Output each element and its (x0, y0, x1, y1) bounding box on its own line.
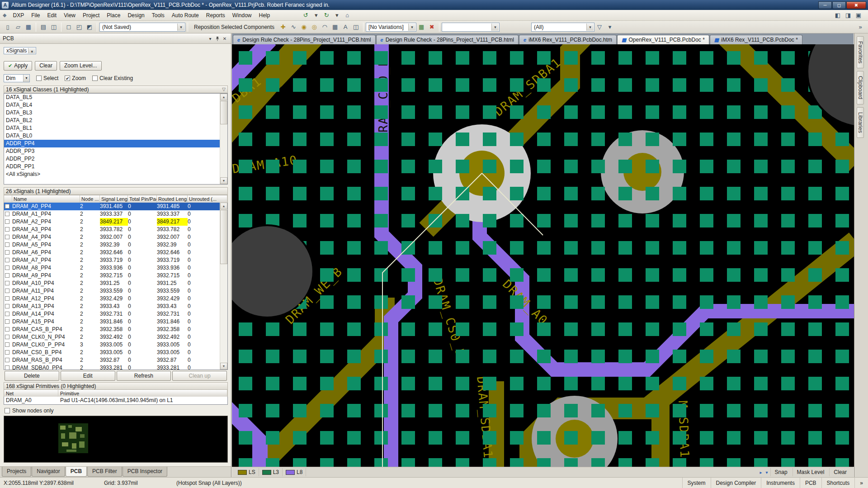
select-checkbox[interactable]: Select (36, 75, 58, 81)
arc-icon[interactable]: ◠ (320, 22, 330, 32)
chevron-down-icon[interactable]: ▾ (28, 48, 35, 53)
panel-menu-button[interactable]: Instruments (761, 478, 800, 488)
text-string-icon[interactable]: A (340, 22, 350, 32)
panel-menu-button[interactable]: PCB (800, 478, 821, 488)
chevron-down-icon[interactable]: ▾ (586, 24, 594, 31)
menu-item[interactable]: View (60, 11, 79, 20)
DRAM_CLK0_N_PP4[interactable]: DRAM_CLK0_N_PP4 2 3932.492 0 3932.492 0 (4, 333, 220, 341)
filter-funnel-icon[interactable]: ▽ (222, 87, 226, 92)
dim-select[interactable]: Dim ▾ (4, 74, 30, 82)
toolbar-overflow-icon[interactable]: » (855, 22, 865, 32)
action-button[interactable]: Clean up (172, 371, 227, 381)
scroll-down-icon[interactable]: ▼ (220, 363, 227, 370)
chevron-down-icon[interactable]: ▾ (408, 24, 415, 31)
panel-menu-button[interactable]: » (854, 478, 868, 488)
DRAM_A13_PP4[interactable]: DRAM_A13_PP4 2 3933.43 0 3933.43 0 (4, 303, 220, 310)
DRAM_CLK0_P_PP4[interactable]: DRAM_CLK0_P_PP4 3 3933.005 0 3933.005 0 (4, 341, 220, 349)
row-checkbox[interactable] (5, 242, 9, 247)
panel-menu-button[interactable]: System (682, 478, 711, 488)
DRAM_A7_PP4[interactable]: DRAM_A7_PP4 2 3933.719 0 3933.719 0 (4, 256, 220, 264)
row-checkbox[interactable] (5, 350, 9, 355)
row-checkbox[interactable] (5, 212, 9, 216)
DRAM_A2_PP4[interactable]: DRAM_A2_PP4 2 3849.217 0 3849.217 0 (4, 218, 220, 226)
scroll-up-icon[interactable]: ▲ (220, 203, 227, 209)
close-icon[interactable]: ✕ (221, 35, 228, 42)
variant-remove-icon[interactable]: ✖ (427, 22, 437, 32)
show-nodes-only-checkbox[interactable]: Show nodes only (5, 407, 53, 414)
panel-menu-button[interactable]: Shortcuts (821, 478, 855, 488)
document-tab[interactable]: ▦ iMX6 Rex_V111_PCB.PcbDoc * (710, 35, 802, 44)
menu-item[interactable]: Help (255, 11, 274, 20)
split-view-icon[interactable]: ◨ (843, 10, 853, 20)
panel-tab[interactable]: Projects (2, 467, 31, 477)
print-preview-icon[interactable]: ◫ (49, 22, 59, 32)
panel-tab[interactable]: PCB Filter (87, 467, 122, 477)
DRAM_A8_PP4[interactable]: DRAM_A8_PP4 2 3933.936 0 3933.936 0 (4, 264, 220, 272)
maximize-button[interactable]: ◻ (832, 1, 846, 9)
pcb-canvas[interactable]: DBA1 DRAM_A10 RAM_CS0_B DRAM_SDBA1 DRAM_… (232, 44, 854, 467)
scroll-up-icon[interactable]: ▲ (220, 94, 227, 100)
snap-button[interactable]: Snap (770, 468, 792, 476)
zoom-fit-icon[interactable]: ◻ (64, 22, 74, 32)
xsignals-scrollbar[interactable]: ▲ ▼ (220, 203, 227, 370)
print-icon[interactable]: ▤ (38, 22, 48, 32)
DRAM_A4_PP4[interactable]: DRAM_A4_PP4 2 3932.007 0 3932.007 0 (4, 233, 220, 241)
xsignal-class-row[interactable]: DATA_BL3 (4, 109, 220, 117)
panel-menu-button[interactable]: Design Compiler (711, 478, 761, 488)
row-checkbox[interactable] (5, 227, 9, 232)
workspace-panel-icon[interactable]: ◧ (833, 10, 843, 20)
row-checkbox[interactable] (5, 327, 9, 332)
board-preview[interactable] (4, 416, 228, 463)
scope-combo[interactable]: (All) ▾ (531, 23, 594, 32)
variant-board-icon[interactable]: ▦ (416, 22, 426, 32)
row-checkbox[interactable] (5, 358, 9, 362)
row-checkbox[interactable] (5, 289, 9, 293)
menu-item[interactable]: Edit (44, 11, 61, 20)
DRAM_A9_PP4[interactable]: DRAM_A9_PP4 2 3932.715 0 3932.715 0 (4, 272, 220, 280)
zoom-area-icon[interactable]: ◰ (74, 22, 84, 32)
back-dropdown-icon[interactable]: ▾ (311, 10, 321, 20)
action-button[interactable]: Delete (5, 371, 59, 381)
menu-item[interactable]: Design (124, 11, 148, 20)
blank-combo[interactable]: ▾ (442, 23, 500, 32)
DRAM_A1_PP4[interactable]: DRAM_A1_PP4 2 3933.337 0 3933.337 0 (4, 210, 220, 218)
row-checkbox[interactable] (5, 342, 9, 347)
xsignal-class-row[interactable]: ADDR_PP2 (4, 155, 220, 163)
panel-mode-select[interactable]: xSignals ▾ (4, 47, 36, 54)
layer-tab-l3[interactable]: L3 (259, 468, 283, 476)
home-icon[interactable]: ⌂ (342, 10, 352, 20)
document-tab[interactable]: e Design Rule Check - 28Pins_Project_V11… (376, 35, 519, 44)
xsignal-class-row[interactable]: DATA_BL1 (4, 124, 220, 132)
filter-dropdown-icon[interactable]: ▾ (605, 22, 615, 32)
xsignal-class-row[interactable]: DATA_BL4 (4, 101, 220, 109)
column-header[interactable]: Node ... (80, 195, 100, 203)
column-header[interactable] (4, 195, 12, 203)
row-checkbox[interactable] (5, 273, 9, 278)
back-icon[interactable]: ↺ (301, 10, 311, 20)
grid-icon[interactable]: ▦ (330, 22, 340, 32)
column-header[interactable]: Primitive (58, 390, 227, 397)
menu-item[interactable]: Window (229, 11, 255, 20)
layer-tab-ls[interactable]: LS (235, 468, 259, 476)
apply-button[interactable]: ✔ Apply (4, 61, 32, 71)
xsignal-class-row[interactable]: ADDR_PP1 (4, 163, 220, 171)
minimize-button[interactable]: ─ (818, 1, 832, 9)
column-header[interactable]: Unrouted (... (188, 195, 227, 203)
action-button[interactable]: Refresh (117, 371, 171, 381)
DRAM_RAS_B_PP4[interactable]: DRAM_RAS_B_PP4 2 3932.87 0 3932.87 0 (4, 356, 220, 364)
close-button[interactable]: ✖ (846, 1, 866, 9)
document-tab[interactable]: ▦ OpenRex_V111_PCB.PcbDoc * (617, 35, 709, 44)
menu-item[interactable]: Place (103, 11, 124, 20)
column-header[interactable]: Net (4, 390, 58, 397)
strip-tab[interactable]: Libraries (857, 107, 864, 138)
row-checkbox[interactable] (5, 319, 9, 324)
row-checkbox[interactable] (5, 312, 9, 316)
row-checkbox[interactable] (5, 250, 9, 255)
row-checkbox[interactable] (5, 265, 9, 270)
DRAM_A0_PP4[interactable]: DRAM_A0_PP4 2 3931.485 0 3931.485 0 (4, 203, 220, 210)
help-panel-icon[interactable]: ▣ (854, 10, 863, 20)
clear-existing-checkbox[interactable]: Clear Existing (92, 75, 133, 81)
variations-combo[interactable]: [No Variations] ▾ (366, 23, 416, 32)
action-button[interactable]: Edit (61, 371, 115, 381)
row-checkbox[interactable] (5, 219, 9, 224)
